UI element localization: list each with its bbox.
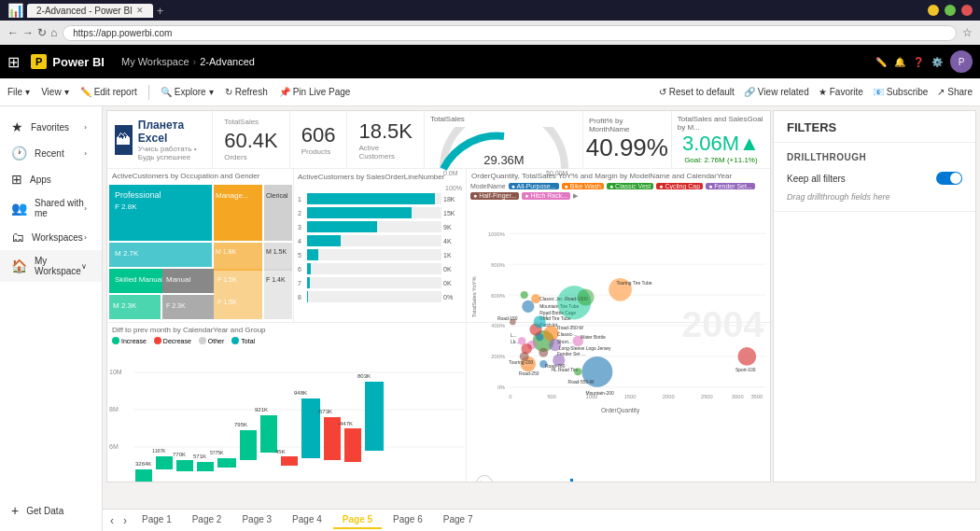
back-btn[interactable]: ← <box>7 26 19 39</box>
new-tab-btn[interactable]: + <box>157 4 164 18</box>
hbar-row-6: 6 0K <box>298 263 462 274</box>
svg-text:29.36M: 29.36M <box>483 153 524 167</box>
page-tab-6[interactable]: Page 6 <box>384 511 432 529</box>
tab-prev-btn[interactable]: ‹ <box>106 512 118 529</box>
page-tab-7[interactable]: Page 7 <box>434 511 483 529</box>
grid-icon[interactable]: ⊞ <box>7 53 20 71</box>
svg-rect-124 <box>240 430 257 460</box>
workspace-label[interactable]: My Workspace <box>121 56 189 67</box>
active-tab[interactable]: 2-Advanced - Power BI ✕ <box>27 4 153 18</box>
avatar[interactable]: P <box>950 50 973 73</box>
file-label: File <box>7 87 22 97</box>
kpi-active-value: 18.5K <box>358 119 413 144</box>
legend-other: Other <box>199 337 225 344</box>
legend-halffinger: ● Half-Finger... <box>470 192 519 200</box>
page-tab-1[interactable]: Page 1 <box>133 511 181 529</box>
page-tab-3[interactable]: Page 3 <box>232 511 281 529</box>
svg-rect-130 <box>281 456 298 466</box>
drillthrough-section: DRILLTHROUGH Keep all filters Drag drill… <box>774 143 975 212</box>
bookmark-btn[interactable]: ☆ <box>962 26 973 39</box>
play-btn[interactable]: ▶ <box>476 475 493 482</box>
svg-text:M 1.5K: M 1.5K <box>266 248 287 255</box>
refresh-btn[interactable]: ↻ Refresh <box>225 87 268 97</box>
svg-text:3264K: 3264K <box>135 461 151 467</box>
hbar-val: 0K <box>443 266 462 272</box>
svg-rect-142 <box>365 382 384 451</box>
subscribe-btn[interactable]: 📧 Subscribe <box>873 87 928 97</box>
notification-btn[interactable]: 🔔 <box>894 57 905 67</box>
tab-close-icon[interactable]: ✕ <box>136 6 144 15</box>
close-btn[interactable] <box>961 5 973 16</box>
legend-classicvest: ● Classic Vest <box>607 183 653 189</box>
powerbi-favicon: 📊 <box>7 3 23 18</box>
kpi-totalsales-label: TotalSales <box>224 118 278 126</box>
sidebar-item-apps[interactable]: ⊞ Apps <box>0 166 102 192</box>
nav-buttons: ← → ↻ ⌂ <box>7 26 57 39</box>
svg-text:M 1.8K: M 1.8K <box>216 248 237 255</box>
svg-text:5775K: 5775K <box>210 450 224 455</box>
drillthrough-label: DRILLTHROUGH <box>787 152 962 162</box>
view-menu[interactable]: View ▾ <box>41 87 69 97</box>
sidebar-item-workspaces[interactable]: 🗂 Workspaces › <box>0 224 102 250</box>
page-tab-4[interactable]: Page 4 <box>283 511 331 529</box>
get-data-section: + Get Data <box>0 497 102 524</box>
file-menu[interactable]: File ▾ <box>7 87 30 97</box>
view-related-btn[interactable]: 🔗 View related <box>744 87 809 97</box>
svg-text:600%: 600% <box>491 293 505 299</box>
explore-btn[interactable]: 🔍 Explore ▾ <box>161 87 214 97</box>
sidebar-item-myworkspace[interactable]: 🏠 My Workspace ∨ <box>0 250 102 282</box>
page-tab-5[interactable]: Page 5 <box>333 511 382 529</box>
svg-rect-127 <box>260 415 277 453</box>
svg-text:Touring Tire Tube: Touring Tire Tube <box>616 281 651 286</box>
company-tagline: Учись работать • Будь успешнее <box>138 145 204 161</box>
svg-text:F 1.4K: F 1.4K <box>266 276 286 283</box>
favorite-btn[interactable]: ★ Favorite <box>819 87 863 97</box>
hbar-val: 0% <box>443 294 462 300</box>
maximize-btn[interactable] <box>945 5 956 16</box>
svg-point-65 <box>522 300 534 313</box>
edit-btn[interactable]: ✏️ <box>875 57 887 67</box>
share-btn[interactable]: ↗ Share <box>937 87 973 97</box>
expand-icon: ∨ <box>81 262 87 271</box>
pin-live-btn[interactable]: 📌 Pin Live Page <box>279 87 351 97</box>
svg-text:Manual: Manual <box>166 275 190 284</box>
minimize-btn[interactable] <box>928 5 939 16</box>
tab-next-btn[interactable]: › <box>119 512 131 529</box>
timeline-handle[interactable] <box>570 479 573 483</box>
report-label[interactable]: 2-Advanced <box>200 56 255 67</box>
svg-rect-12 <box>264 243 292 271</box>
address-input[interactable] <box>63 25 957 41</box>
gauge-panel: TotalSales 29.36M 0.0M 50.00M <box>425 111 583 168</box>
kpi-activecustomers: 18.5K Active Customers <box>347 111 425 168</box>
scatter-timeline-panel: ▶ 2001 2002 2003 2004 <box>467 323 770 482</box>
reset-btn[interactable]: ↺ Reset to default <box>659 87 735 97</box>
svg-text:F 1.5K: F 1.5K <box>217 276 237 283</box>
bottom-row: Diff to prev month by CalendarYear and G… <box>107 323 770 482</box>
hbar-num: 6 <box>298 266 305 272</box>
svg-text:-573K: -573K <box>317 409 332 414</box>
timeline-track[interactable] <box>497 482 761 483</box>
sidebar-item-favorites[interactable]: ★ Favorites › <box>0 114 102 140</box>
filters-title: FILTERS <box>787 120 836 134</box>
svg-point-67 <box>521 291 528 299</box>
sidebar-item-shared[interactable]: 👥 Shared with me › <box>0 192 102 224</box>
getdata-icon: + <box>11 503 19 518</box>
sidebar-item-recent[interactable]: 🕐 Recent › <box>0 140 102 166</box>
hbar-val: 1K <box>443 252 462 259</box>
main-layout: ★ Favorites › 🕐 Recent › ⊞ Apps 👥 Shared… <box>0 106 980 531</box>
sidebar: ★ Favorites › 🕐 Recent › ⊞ Apps 👥 Shared… <box>0 106 103 531</box>
get-data-btn[interactable]: + Get Data <box>0 497 102 524</box>
keep-filters-toggle[interactable] <box>936 172 962 185</box>
home-btn[interactable]: ⌂ <box>50 26 57 39</box>
settings-btn[interactable]: ⚙️ <box>931 57 943 67</box>
app-name: Power BI <box>52 55 105 69</box>
help-btn[interactable]: ❓ <box>913 57 924 67</box>
hbar-track <box>307 193 441 204</box>
hbar-val: 15K <box>443 210 462 217</box>
forward-btn[interactable]: → <box>22 26 34 39</box>
page-tab-2[interactable]: Page 2 <box>183 511 231 529</box>
edit-report-btn[interactable]: ✏️ Edit report <box>80 87 137 97</box>
refresh-btn[interactable]: ↻ <box>37 26 47 39</box>
svg-rect-121 <box>217 458 236 468</box>
powerbi-logo: P <box>31 54 47 69</box>
